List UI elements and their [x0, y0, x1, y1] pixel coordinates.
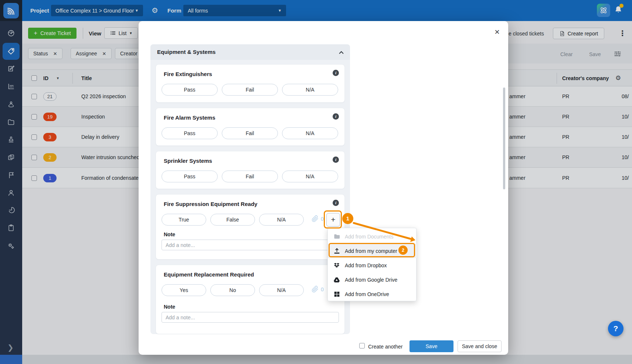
form-field-card: Fire Alarm Systems i Pass Fail N/A: [156, 108, 345, 146]
option-fail-button[interactable]: Fail: [222, 84, 278, 96]
option-true-button[interactable]: True: [162, 214, 206, 226]
option-yes-button[interactable]: Yes: [162, 284, 206, 296]
note-label: Note: [164, 304, 175, 310]
info-icon[interactable]: i: [333, 70, 339, 76]
field-title: Fire Suppression Equipment Ready: [164, 201, 257, 207]
form-column: Equipment & Systems Fire Extinguishers i…: [150, 44, 350, 334]
menu-item-label: Add from Dropbox: [345, 262, 387, 268]
note-input[interactable]: [162, 240, 339, 250]
section-header[interactable]: Equipment & Systems: [150, 44, 350, 60]
field-title: Fire Extinguishers: [164, 71, 212, 77]
option-pass-button[interactable]: Pass: [162, 171, 218, 182]
section-title: Equipment & Systems: [157, 44, 215, 60]
menu-item-add-from-dropbox[interactable]: Add from Dropbox: [328, 258, 417, 272]
form-field-card: Fire Suppression Equipment Ready i True …: [156, 194, 345, 260]
note-input[interactable]: [162, 312, 339, 323]
google-drive-icon: [333, 276, 340, 284]
modal-scrollbar-thumb[interactable]: [503, 87, 505, 189]
help-button[interactable]: ?: [608, 321, 623, 336]
option-na-button[interactable]: N/A: [259, 284, 304, 296]
option-na-button[interactable]: N/A: [282, 84, 338, 96]
chevron-up-icon[interactable]: [339, 50, 344, 55]
option-na-button[interactable]: N/A: [282, 171, 338, 182]
form-field-card: Equipment Replacement Required i Yes No …: [156, 265, 345, 334]
annotation-step-2-badge: 2: [398, 245, 408, 255]
info-icon[interactable]: i: [333, 113, 339, 120]
menu-item-label: Add from Google Drive: [345, 277, 397, 283]
save-and-close-button[interactable]: Save and close: [458, 340, 502, 352]
option-fail-button[interactable]: Fail: [222, 127, 278, 139]
menu-item-label: Add from Documents: [345, 234, 394, 240]
form-field-card: Sprinkler Systems i Pass Fail N/A: [156, 151, 345, 189]
attachment-source-menu: Add from Documents Add from my computer …: [327, 228, 417, 301]
annotation-highlight-plus-button: [324, 210, 342, 229]
attachments-indicator: 0: [312, 215, 324, 222]
app-screen: Project Office Complex 11 > Ground Floor…: [0, 0, 632, 364]
menu-item-add-from-onedrive[interactable]: Add from OneDrive: [328, 287, 417, 301]
annotation-step-1-badge: 1: [342, 213, 353, 224]
option-pass-button[interactable]: Pass: [162, 127, 218, 139]
menu-item-add-from-google-drive[interactable]: Add from Google Drive: [328, 272, 417, 287]
field-title: Equipment Replacement Required: [164, 271, 254, 278]
option-na-button[interactable]: N/A: [259, 214, 304, 226]
paperclip-icon: [312, 215, 319, 222]
save-button[interactable]: Save: [410, 340, 453, 352]
onedrive-windows-icon: [333, 291, 340, 298]
field-title: Fire Alarm Systems: [164, 114, 215, 121]
field-title: Sprinkler Systems: [164, 158, 212, 164]
option-pass-button[interactable]: Pass: [162, 84, 218, 96]
attachments-indicator: 0: [312, 286, 324, 293]
create-another-label: Create another: [368, 344, 402, 350]
menu-item-label: Add from OneDrive: [345, 291, 389, 297]
form-field-card: Fire Extinguishers i Pass Fail N/A: [156, 64, 345, 103]
info-icon[interactable]: i: [333, 200, 339, 206]
folder-icon: [333, 233, 340, 240]
option-false-button[interactable]: False: [210, 214, 255, 226]
option-fail-button[interactable]: Fail: [222, 171, 278, 182]
info-icon[interactable]: i: [333, 157, 339, 163]
dropbox-icon: [333, 262, 340, 269]
option-na-button[interactable]: N/A: [282, 127, 338, 139]
note-label: Note: [164, 231, 175, 237]
paperclip-icon: [312, 286, 319, 293]
attachment-count: 0: [321, 216, 324, 222]
close-icon[interactable]: ✕: [493, 28, 502, 37]
form-submission-modal: ✕ Equipment & Systems Fire Extinguishers…: [139, 21, 508, 355]
create-another-checkbox[interactable]: [359, 343, 365, 348]
attachment-count: 0: [321, 286, 324, 292]
option-no-button[interactable]: No: [210, 284, 255, 296]
menu-item-add-from-documents[interactable]: Add from Documents: [328, 229, 417, 244]
